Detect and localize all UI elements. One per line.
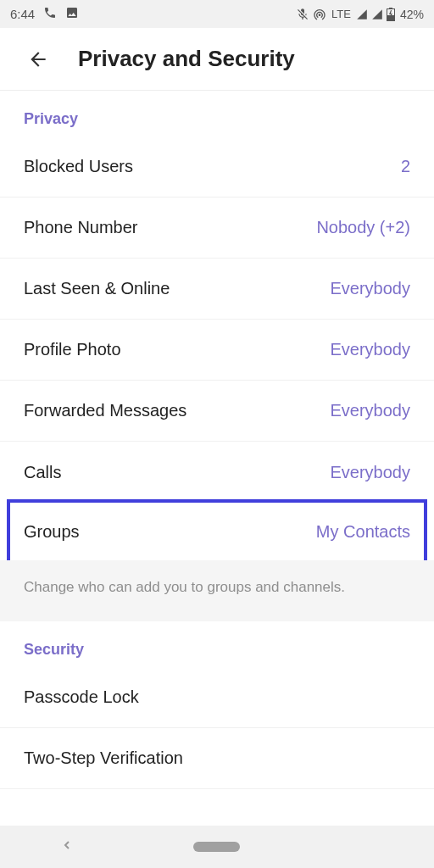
- content-scroll[interactable]: Privacy Blocked Users 2 Phone Number Nob…: [0, 91, 434, 789]
- row-calls[interactable]: Calls Everybody: [0, 442, 434, 503]
- section-header-security: Security: [0, 621, 434, 667]
- row-blocked-users[interactable]: Blocked Users 2: [0, 136, 434, 198]
- row-phone-number[interactable]: Phone Number Nobody (+2): [0, 198, 434, 259]
- row-groups-highlighted[interactable]: Groups My Contacts: [7, 499, 427, 564]
- signal-icon-1: [356, 8, 368, 20]
- mic-off-icon: [296, 8, 309, 21]
- page-title: Privacy and Security: [78, 46, 295, 72]
- value-profile-photo: Everybody: [331, 340, 411, 359]
- system-nav-bar: [0, 826, 434, 868]
- label-forwarded-messages: Forwarded Messages: [24, 401, 186, 420]
- status-bar: 6:44 LTE 42%: [0, 0, 434, 28]
- network-type: LTE: [331, 8, 351, 20]
- label-groups: Groups: [24, 522, 80, 542]
- value-blocked-users: 2: [401, 157, 410, 176]
- section-header-privacy: Privacy: [0, 91, 434, 136]
- value-groups: My Contacts: [316, 522, 410, 542]
- phone-icon: [43, 6, 57, 22]
- status-time: 6:44: [10, 7, 35, 21]
- row-last-seen[interactable]: Last Seen & Online Everybody: [0, 259, 434, 320]
- label-passcode-lock: Passcode Lock: [24, 687, 139, 707]
- arrow-left-icon: [27, 48, 49, 70]
- value-phone-number: Nobody (+2): [316, 218, 410, 237]
- row-forwarded-messages[interactable]: Forwarded Messages Everybody: [0, 381, 434, 442]
- label-calls: Calls: [24, 463, 61, 482]
- hotspot-icon: [313, 8, 326, 21]
- back-button[interactable]: [22, 43, 54, 75]
- nav-back-button[interactable]: [60, 838, 74, 855]
- page-header: Privacy and Security: [0, 28, 434, 91]
- label-phone-number: Phone Number: [24, 218, 138, 237]
- value-last-seen: Everybody: [331, 279, 411, 298]
- label-two-step: Two-Step Verification: [24, 748, 183, 768]
- label-last-seen: Last Seen & Online: [24, 279, 170, 298]
- label-blocked-users: Blocked Users: [24, 157, 133, 176]
- nav-home-pill[interactable]: [193, 842, 240, 852]
- row-two-step-verification[interactable]: Two-Step Verification: [0, 728, 434, 789]
- battery-percent: 42%: [400, 8, 424, 21]
- signal-icon-2: [371, 8, 383, 20]
- value-forwarded-messages: Everybody: [331, 401, 411, 420]
- row-passcode-lock[interactable]: Passcode Lock: [0, 667, 434, 728]
- label-profile-photo: Profile Photo: [24, 340, 121, 359]
- svg-rect-1: [389, 8, 392, 9]
- image-icon: [65, 6, 79, 22]
- battery-icon: [387, 8, 395, 21]
- value-calls: Everybody: [331, 463, 411, 482]
- row-profile-photo[interactable]: Profile Photo Everybody: [0, 320, 434, 381]
- privacy-note: Change who can add you to groups and cha…: [0, 560, 434, 621]
